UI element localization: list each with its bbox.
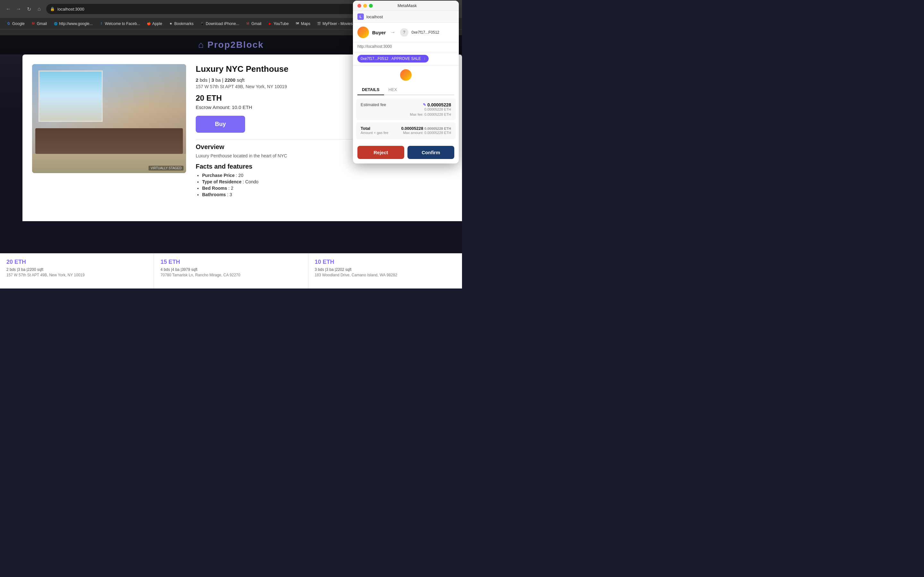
gmail-favicon: M (31, 21, 36, 26)
property-image-container: VIRTUALLY STAGED (32, 64, 186, 211)
bookmark-myflixer[interactable]: 🎬 MyFlixer - Movies (314, 21, 355, 27)
mm-fee-label: Estimated fee (360, 102, 386, 107)
bookmark-maps[interactable]: 🗺 Maps (292, 21, 313, 27)
confirm-button[interactable]: Confirm (407, 146, 454, 159)
card2-specs: 4 bds |4 ba |3979 sqft (160, 268, 301, 272)
facts-list: Purchase Price : 20 Type of Residence : … (196, 173, 452, 197)
site-logo: ⌂ Prop2Block (198, 40, 264, 50)
facebook-favicon: f (99, 21, 103, 26)
reject-button[interactable]: Reject (357, 146, 404, 159)
escrow-label: Escrow Amount: (196, 105, 230, 110)
mm-traffic-lights (357, 4, 373, 8)
myflixer-favicon: 🎬 (317, 21, 321, 26)
mm-approve-chip: 0xe7f17...F0512 : APPROVE SALE ℹ (357, 55, 429, 63)
mm-approve-label: 0xe7f17...F0512 : APPROVE SALE (360, 56, 421, 61)
mm-fee-section: Estimated fee ✎ 0.00005228 0.00005228 ET… (356, 98, 456, 120)
bookmark-bookmarks[interactable]: ★ Bookmarks (166, 21, 196, 27)
mm-approve-row: 0xe7f17...F0512 : APPROVE SALE ℹ (353, 52, 459, 65)
mm-origin-row: http://localhost:3000 (353, 42, 459, 52)
address-bar[interactable]: 🔒 localhost:3000 (46, 4, 370, 14)
mm-title: MetaMask (397, 3, 417, 8)
mm-minimize-dot[interactable] (363, 4, 367, 8)
mm-total-main-val: 0.00005228 (401, 126, 423, 131)
bottom-cards: 20 ETH 2 bds |3 ba |2200 sqft 157 W 57th… (0, 253, 462, 288)
bookmarks-favicon: ★ (168, 21, 173, 26)
bookmark-gmail2-label: Gmail (251, 21, 261, 26)
mm-to-address: 0xe7f17...F0512 (412, 30, 439, 35)
mm-fee-value: ✎ 0.00005228 0.00005228 ETH (423, 102, 451, 111)
mm-eth-logo-container (353, 65, 459, 85)
card1-specs: 2 bds |3 ba |2200 sqft (6, 268, 147, 272)
bookmark-youtube[interactable]: ▶ YouTube (265, 21, 291, 27)
mm-tab-hex[interactable]: HEX (384, 85, 402, 95)
mm-max-amount-label: Max amount: (403, 131, 423, 135)
bookmark-google-url[interactable]: 🌐 http://www.google... (51, 21, 95, 27)
apple-favicon: 🍎 (147, 21, 151, 26)
mm-arrow-icon: → (391, 29, 396, 35)
card3-address: 183 Woodland Drive, Camano Island, WA 98… (315, 273, 456, 277)
facts-title: Facts and features (196, 163, 452, 170)
bookmark-gmail[interactable]: M Gmail (29, 21, 49, 27)
staged-label: VIRTUALLY STAGED (149, 166, 184, 171)
sqft-value: 2200 (225, 77, 235, 83)
nav-buttons: ← → ↻ ⌂ (4, 5, 44, 13)
maps-favicon: 🗺 (295, 21, 300, 26)
mm-buyer-avatar (357, 27, 369, 38)
mm-tab-details[interactable]: DETAILS (357, 85, 384, 95)
bottom-card-1[interactable]: 20 ETH 2 bds |3 ba |2200 sqft 157 W 57th… (0, 253, 154, 288)
mm-total-eth-main: 0.00005228 0.00005228 ETH (401, 126, 451, 131)
forward-button[interactable]: → (14, 5, 23, 13)
home-button[interactable]: ⌂ (35, 5, 44, 13)
card1-address: 157 W 57th St APT 49B, New York, NY 1001… (6, 273, 147, 277)
mm-max-amount: Max amount: 0.00005228 ETH (401, 131, 451, 135)
bookmark-apple[interactable]: 🍎 Apple (144, 21, 165, 27)
google-favicon: G (6, 21, 11, 26)
mm-network-icon: L (357, 13, 364, 20)
card3-specs: 3 bds |3 ba |2202 sqft (315, 268, 456, 272)
mm-max-amount-value: 0.00005228 ETH (425, 131, 451, 135)
fact-purchase-price: Purchase Price : 20 (202, 173, 452, 178)
bookmark-bookmarks-label: Bookmarks (174, 21, 194, 26)
card1-price: 20 ETH (6, 259, 147, 266)
bookmark-facebook[interactable]: f Welcome to Faceb... (97, 21, 143, 27)
chrome-favicon: 🌐 (53, 21, 58, 26)
gmail2-favicon: M (246, 21, 250, 26)
back-button[interactable]: ← (4, 5, 13, 13)
youtube-favicon: ▶ (268, 21, 272, 26)
bookmark-maps-label: Maps (301, 21, 310, 26)
mm-total-row: Total Amount + gas fee 0.00005228 0.0000… (360, 126, 451, 135)
mm-max-fee-value: 0.00005228 ETH (425, 113, 451, 116)
mm-total-labels: Total Amount + gas fee (360, 126, 389, 135)
mm-total-eth-full: 0.00005228 ETH (425, 127, 451, 131)
bookmark-gmail-label: Gmail (37, 21, 47, 26)
fact-residence-type: Type of Residence : Condo (202, 179, 452, 184)
mm-total-sub: Amount + gas fee (360, 131, 389, 135)
bookmark-gmail2[interactable]: M Gmail (243, 21, 264, 27)
bookmark-youtube-label: YouTube (274, 21, 289, 26)
mm-edit-icon[interactable]: ✎ (423, 103, 426, 107)
mm-total-value: 0.00005228 0.00005228 ETH Max amount: 0.… (401, 126, 451, 135)
mm-tabs: DETAILS HEX (357, 85, 454, 95)
mm-close-dot[interactable] (357, 4, 361, 8)
mm-maximize-dot[interactable] (369, 4, 373, 8)
mm-network-name: localhost (367, 15, 383, 19)
interior-window (39, 71, 103, 122)
bookmark-myflixer-label: MyFlixer - Movies (322, 21, 352, 26)
fact-bathrooms: Bathrooms : 3 (202, 192, 452, 197)
bottom-card-2[interactable]: 15 ETH 4 bds |4 ba |3979 sqft 70780 Tama… (154, 253, 308, 288)
mm-max-fee: Max fee: 0.00005228 ETH (360, 113, 451, 116)
buy-button[interactable]: Buy (196, 116, 245, 133)
reload-button[interactable]: ↻ (24, 5, 33, 13)
mm-to-icon: ? (400, 28, 409, 37)
bookmark-google[interactable]: G Google (4, 21, 27, 27)
bookmark-facebook-label: Welcome to Faceb... (105, 21, 140, 26)
lock-icon: 🔒 (50, 7, 55, 11)
mm-action-buttons: Reject Confirm (353, 143, 459, 163)
mm-max-fee-label: Max fee: (410, 113, 423, 116)
bottom-card-3[interactable]: 10 ETH 3 bds |3 ba |2202 sqft 183 Woodla… (309, 253, 462, 288)
bookmark-google-label: Google (12, 21, 25, 26)
address-text: localhost:3000 (57, 7, 84, 11)
bookmark-iphone[interactable]: 📱 Download iPhone... (197, 21, 242, 27)
card3-price: 10 ETH (315, 259, 456, 266)
baths-value: 3 (212, 77, 214, 83)
